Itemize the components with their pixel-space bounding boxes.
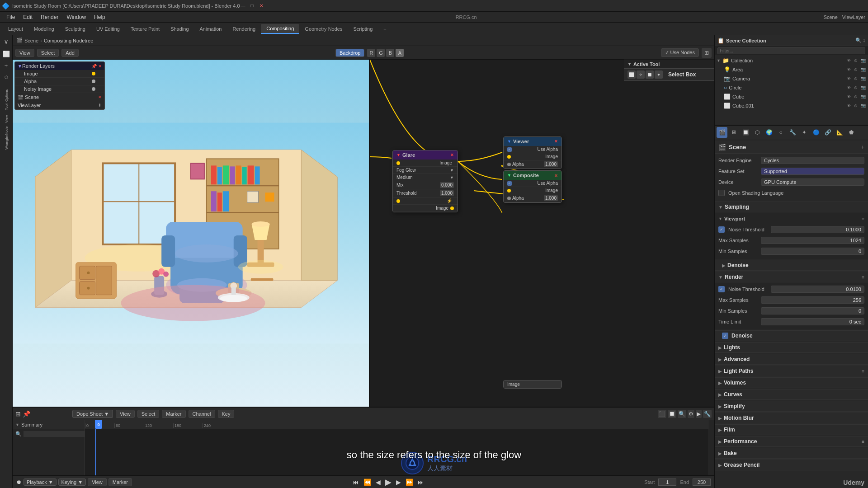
collection-expand[interactable]: ▼ bbox=[717, 58, 721, 63]
glare-collapse[interactable]: ▼ bbox=[396, 153, 401, 157]
timeline-scrollbar-h[interactable] bbox=[708, 420, 714, 429]
cube-restrict-icon[interactable]: ⊙ bbox=[853, 94, 859, 99]
device-dropdown[interactable]: GPU Compute bbox=[761, 178, 864, 186]
render-denoise-header[interactable]: ✓ Denoise bbox=[715, 330, 868, 341]
min-samples-value[interactable]: 0 bbox=[761, 248, 864, 255]
glare-close[interactable]: ✕ bbox=[450, 153, 454, 157]
toolbar-options[interactable]: Options bbox=[1, 90, 11, 100]
menu-file[interactable]: File bbox=[3, 13, 19, 21]
tab-uv-editing[interactable]: UV Editing bbox=[91, 24, 125, 33]
scene-new-icon[interactable]: + bbox=[861, 144, 864, 150]
tab-layout[interactable]: Layout bbox=[3, 24, 28, 33]
dope-sheet-dropdown[interactable]: Dope Sheet ▼ bbox=[72, 410, 113, 418]
timeline-icon1[interactable]: ⬛ bbox=[658, 410, 666, 418]
render-section-header[interactable]: ▼ Render ≡ bbox=[715, 272, 868, 282]
step-back-button[interactable]: ⏪ bbox=[363, 478, 372, 487]
tab-add[interactable]: + bbox=[378, 24, 392, 33]
timeline-icon6[interactable]: 🔧 bbox=[703, 410, 712, 418]
composite-close[interactable]: ✕ bbox=[554, 174, 558, 178]
toolbar-select[interactable]: ⬜ bbox=[1, 49, 11, 59]
timeline-search-icon[interactable]: 🔍 bbox=[15, 431, 22, 437]
backdrop-button[interactable]: Backdrop bbox=[335, 49, 364, 57]
timeline-search-input[interactable] bbox=[24, 431, 85, 437]
outliner-sort-icon[interactable]: ↕ bbox=[863, 38, 866, 43]
timeline-grid-icon[interactable]: ⊞ bbox=[15, 410, 21, 418]
prop-tab-constraints[interactable]: 🔗 bbox=[822, 127, 833, 138]
time-limit-value[interactable]: 0 sec bbox=[761, 318, 864, 325]
backdrop-icon2[interactable]: G bbox=[377, 49, 385, 57]
glare-fog-dropdown[interactable]: ▼ bbox=[450, 168, 454, 173]
prop-tab-modifier[interactable]: 🔧 bbox=[787, 127, 798, 138]
film-section-header[interactable]: ▶ Film bbox=[715, 424, 868, 435]
menu-window[interactable]: Window bbox=[63, 13, 90, 21]
noise-threshold-value[interactable]: 0.1000 bbox=[771, 226, 864, 233]
timeline-scrollbar-v[interactable] bbox=[708, 429, 714, 475]
outliner-item-collection[interactable]: ▼ 📁 Collection 👁 ⊙ 📷 bbox=[715, 56, 868, 65]
render-denoise-checkbox[interactable]: ✓ bbox=[722, 333, 728, 339]
playback-marker-menu[interactable]: Marker bbox=[108, 478, 132, 486]
glare-mix-value[interactable]: 0.000 bbox=[440, 182, 454, 188]
outliner-item-camera[interactable]: 📷 Camera 👁 ⊙ 📷 bbox=[715, 74, 868, 83]
prop-tab-render[interactable]: 🎬 bbox=[717, 127, 727, 138]
view-menu[interactable]: View bbox=[15, 49, 34, 57]
playhead-frame-indicator[interactable]: 0 bbox=[95, 420, 102, 429]
maximize-button[interactable]: □ bbox=[249, 3, 255, 9]
toolbar-tool[interactable]: Tool bbox=[1, 102, 11, 112]
lights-section-header[interactable]: ▶ Lights bbox=[715, 342, 868, 353]
noise-threshold-checkbox[interactable]: ✓ bbox=[718, 226, 725, 233]
timeline-icon3[interactable]: 🔍 bbox=[678, 410, 686, 418]
volumes-section-header[interactable]: ▶ Volumes bbox=[715, 377, 868, 388]
tab-texture-paint[interactable]: Texture Paint bbox=[125, 24, 165, 33]
cube001-restrict-icon[interactable]: ⊙ bbox=[853, 103, 859, 108]
keying-dropdown[interactable]: Keying ▼ bbox=[58, 479, 86, 486]
light-paths-options-icon[interactable]: ≡ bbox=[862, 369, 864, 374]
add-menu[interactable]: Add bbox=[61, 49, 79, 57]
curves-section-header[interactable]: ▶ Curves bbox=[715, 389, 868, 400]
viewer-alpha-checkbox[interactable]: ✓ bbox=[507, 147, 512, 152]
rl-vl-icon[interactable]: ⬇ bbox=[98, 103, 102, 108]
select-circle-icon[interactable]: ⟡ bbox=[637, 70, 645, 79]
area-render-icon[interactable]: 📷 bbox=[860, 67, 866, 72]
outliner-item-area[interactable]: 💡 Area 👁 ⊙ 📷 bbox=[715, 65, 868, 74]
prop-tab-material[interactable]: ⬟ bbox=[846, 127, 857, 138]
backdrop-icon4[interactable]: A bbox=[396, 49, 404, 57]
composite-node[interactable]: ▼ Composite ✕ ✓ Use Alpha Image bbox=[503, 170, 562, 203]
collection-render-icon[interactable]: 📷 bbox=[860, 58, 866, 63]
viewer-node[interactable]: ▼ Viewer ✕ ✓ Use Alpha Image bbox=[503, 136, 562, 169]
start-frame-input[interactable] bbox=[658, 479, 676, 486]
circle-restrict-icon[interactable]: ⊙ bbox=[853, 85, 859, 90]
glare-fog-row[interactable]: Fog Glow ▼ bbox=[393, 167, 458, 174]
grease-pencil-section-header[interactable]: ▶ Grease Pencil bbox=[715, 460, 868, 470]
render-max-samples-value[interactable]: 256 bbox=[761, 296, 864, 304]
rl-collapse[interactable]: ▼ bbox=[18, 64, 22, 69]
toolbar-view[interactable]: V bbox=[1, 37, 11, 47]
active-tool-collapse[interactable]: ▼ bbox=[627, 62, 632, 66]
viewport-options-icon[interactable]: ≡ bbox=[862, 216, 864, 221]
backdrop-icon3[interactable]: B bbox=[386, 49, 394, 57]
jump-end-button[interactable]: ⏭ bbox=[417, 478, 425, 487]
next-frame-button[interactable]: ▶ bbox=[395, 478, 402, 487]
prop-tab-scene[interactable]: ⬡ bbox=[752, 127, 763, 138]
light-paths-section-header[interactable]: ▶ Light Paths ≡ bbox=[715, 366, 868, 376]
prop-tab-data[interactable]: 📐 bbox=[834, 127, 845, 138]
performance-section-header[interactable]: ▶ Performance ≡ bbox=[715, 436, 868, 447]
minimize-button[interactable]: — bbox=[240, 3, 246, 9]
rl-x-icon[interactable]: ✕ bbox=[98, 95, 102, 99]
close-button[interactable]: ✕ bbox=[258, 3, 264, 9]
playback-dropdown[interactable]: Playback ▼ bbox=[24, 479, 57, 486]
select-menu[interactable]: Select bbox=[37, 49, 59, 57]
end-frame-input[interactable] bbox=[693, 479, 711, 486]
outliner-item-circle[interactable]: ○ Circle 👁 ⊙ 📷 bbox=[715, 83, 868, 92]
render-noise-value[interactable]: 0.0100 bbox=[771, 286, 864, 293]
summary-collapse[interactable]: ▼ bbox=[15, 422, 19, 427]
backdrop-icon1[interactable]: R bbox=[367, 49, 375, 57]
viewer-close[interactable]: ✕ bbox=[554, 139, 558, 144]
tab-shading[interactable]: Shading bbox=[165, 24, 194, 33]
performance-options-icon[interactable]: ≡ bbox=[862, 439, 864, 444]
tab-sculpting[interactable]: Sculpting bbox=[60, 24, 91, 33]
feature-set-dropdown[interactable]: Supported bbox=[761, 168, 864, 175]
cube-eye-icon[interactable]: 👁 bbox=[845, 94, 852, 99]
select-lasso-icon[interactable]: 🔲 bbox=[646, 70, 654, 79]
tab-animation[interactable]: Animation bbox=[194, 24, 227, 33]
play-button[interactable]: ▶ bbox=[384, 476, 392, 488]
